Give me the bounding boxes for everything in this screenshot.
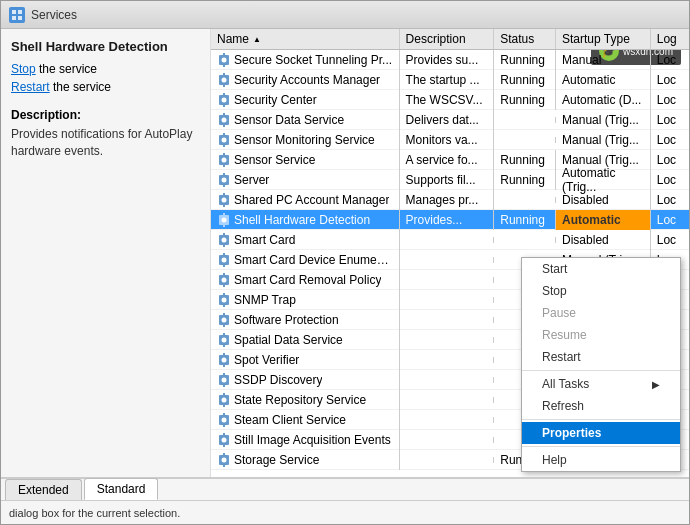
svg-point-61 [222,337,227,342]
restart-link-line: Restart the service [11,80,200,94]
col-startup: Disabled [556,190,651,210]
table-row[interactable]: Shell Hardware Detection Provides... Run… [211,210,689,230]
table-row[interactable]: Security Accounts Manager The startup ..… [211,70,689,90]
restart-link[interactable]: Restart [11,80,50,94]
service-name-text: Smart Card Device Enumera... [234,253,393,267]
description-text: Provides notifications for AutoPlay hard… [11,126,200,160]
table-row[interactable]: Server Supports fil... Running Automatic… [211,170,689,190]
col-startup: Manual [556,50,651,70]
col-name: Smart Card Device Enumera... [211,250,400,270]
context-menu-item-all-tasks[interactable]: All Tasks▶ [522,373,680,395]
col-startup: Automatic (D... [556,90,651,110]
context-menu-item-stop[interactable]: Stop [522,280,680,302]
context-menu-separator [522,419,680,420]
col-desc: The startup ... [400,70,495,90]
svg-rect-47 [223,264,225,267]
header-description[interactable]: Description [400,29,495,49]
col-desc [400,297,495,303]
service-icon [217,393,231,407]
context-menu-item-restart[interactable]: Restart [522,346,680,368]
col-name: Still Image Acquisition Events [211,430,400,450]
svg-point-5 [222,57,227,62]
svg-point-9 [222,77,227,82]
context-menu-item-start[interactable]: Start [522,258,680,280]
tab-standard[interactable]: Standard [84,478,159,500]
service-name-text: Steam Client Service [234,413,346,427]
header-startup[interactable]: Startup Type [556,29,651,49]
svg-point-21 [222,137,227,142]
col-name: Security Center [211,90,400,110]
col-log: Loc [651,90,689,110]
table-row[interactable]: Sensor Monitoring Service Monitors va...… [211,130,689,150]
col-name: Secure Socket Tunneling Pr... [211,50,400,70]
svg-point-65 [222,357,227,362]
service-icon [217,93,231,107]
svg-rect-78 [223,413,225,416]
svg-point-13 [222,97,227,102]
service-icon [217,273,231,287]
table-row[interactable]: Secure Socket Tunneling Pr... Provides s… [211,50,689,70]
service-name-text: Smart Card Removal Policy [234,273,381,287]
stop-link[interactable]: Stop [11,62,36,76]
col-log: Loc [651,70,689,90]
context-menu-item-help[interactable]: Help [522,449,680,471]
table-row[interactable]: Smart Card Disabled Loc [211,230,689,250]
svg-rect-63 [223,344,225,347]
header-status[interactable]: Status [494,29,556,49]
tab-bar: ExtendedStandard [1,478,689,500]
col-log: Loc [651,170,689,190]
svg-rect-1 [18,10,22,14]
svg-rect-79 [223,424,225,427]
col-desc [400,357,495,363]
col-desc: The WSCSV... [400,90,495,110]
svg-rect-0 [12,10,16,14]
col-status: Running [494,70,556,90]
context-menu-item-properties[interactable]: Properties [522,422,680,444]
svg-rect-71 [223,384,225,387]
service-icon [217,193,231,207]
col-status: Running [494,170,556,190]
table-row[interactable]: Shared PC Account Manager Manages pr... … [211,190,689,210]
service-name-text: Shell Hardware Detection [234,213,370,227]
svg-rect-30 [223,173,225,176]
col-startup: Disabled [556,230,651,250]
svg-rect-14 [223,93,225,96]
description-label: Description: [11,108,200,122]
service-name-text: Shared PC Account Manager [234,193,389,207]
service-icon [217,153,231,167]
col-desc [400,457,495,463]
service-name-text: Software Protection [234,313,339,327]
window-title: Services [31,8,681,22]
restart-suffix: the service [50,80,111,94]
tab-extended[interactable]: Extended [5,479,82,500]
col-desc: Provides su... [400,50,495,70]
col-status [494,117,556,123]
service-name-text: Still Image Acquisition Events [234,433,391,447]
svg-point-57 [222,317,227,322]
col-desc [400,417,495,423]
col-name: Server [211,170,400,190]
service-icon [217,233,231,247]
svg-point-73 [222,397,227,402]
svg-rect-27 [223,164,225,167]
table-row[interactable]: Security Center The WSCSV... Running Aut… [211,90,689,110]
context-menu-item-refresh[interactable]: Refresh [522,395,680,417]
service-name-text: Storage Service [234,453,319,467]
table-row[interactable]: Sensor Data Service Delivers dat... Manu… [211,110,689,130]
col-startup: Automatic [556,210,651,230]
svg-rect-87 [223,464,225,467]
col-status: Running [494,90,556,110]
context-menu-item-resume: Resume [522,324,680,346]
header-name[interactable]: Name ▲ [211,29,400,49]
svg-rect-22 [223,133,225,136]
left-panel-title: Shell Hardware Detection [11,39,200,54]
svg-point-81 [222,437,227,442]
col-desc: Provides... [400,210,495,230]
status-bar: dialog box for the current selection. [1,500,689,524]
header-log[interactable]: Log [651,29,689,49]
title-bar: Services [1,1,689,29]
svg-rect-35 [223,204,225,207]
col-status [494,197,556,203]
col-log: Loc [651,190,689,210]
col-desc: Supports fil... [400,170,495,190]
